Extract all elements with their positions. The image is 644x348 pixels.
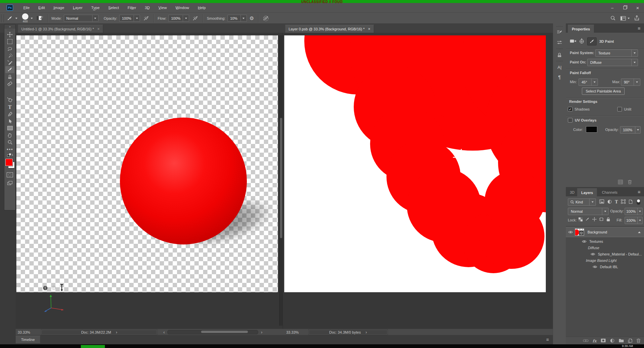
paint-on-dropdown[interactable]: Diffuse <box>587 59 638 66</box>
canvas-layer0-artboard[interactable] <box>284 35 546 292</box>
toolbar-collapse-icon[interactable]: » <box>4 24 15 29</box>
lock-position-icon[interactable] <box>592 217 597 222</box>
zoom-level-left[interactable]: 33.33% <box>18 330 41 334</box>
menu-file[interactable]: F̲ile <box>19 4 34 11</box>
filter-toggle[interactable] <box>637 199 640 205</box>
filter-image-icon[interactable] <box>599 199 604 204</box>
doc-size-left[interactable]: Doc: 34.3M/22.2M › <box>41 329 157 335</box>
tab-untitled-1[interactable]: Untitled-1 @ 33.3% (Background, RGB/16) … <box>18 25 103 33</box>
menu-window[interactable]: W̲indow <box>171 4 193 11</box>
material-drop-tool[interactable] <box>5 97 14 104</box>
uv-opacity-dropdown[interactable]: 100% <box>620 126 641 134</box>
timeline-menu-icon[interactable]: ≡ <box>546 337 549 342</box>
menu-select[interactable]: S̲elect <box>104 4 123 11</box>
stylus-pressure-icon[interactable] <box>263 15 269 21</box>
textures-eye-icon[interactable] <box>582 240 587 243</box>
clone-stamp-tool[interactable] <box>5 73 14 80</box>
zoom-tool[interactable] <box>5 139 14 146</box>
sphere-material-eye-icon[interactable] <box>591 252 595 256</box>
brush-settings-panel-icon[interactable] <box>554 28 565 37</box>
select-paintable-area-button[interactable]: Select Paintable Area <box>582 88 625 95</box>
blend-mode-dropdown[interactable]: Normal <box>568 208 609 215</box>
vertical-scrollbar-left-doc[interactable] <box>279 35 283 326</box>
default-ibl-eye-icon[interactable] <box>593 265 597 269</box>
shape-tool[interactable] <box>5 125 14 132</box>
fill-dropdown[interactable]: 100% <box>625 217 643 224</box>
lock-pixels-icon[interactable] <box>585 217 590 222</box>
layer-filter-dropdown[interactable]: Kind <box>568 198 596 206</box>
hscroll-left-arrow-icon[interactable]: ‹ <box>163 330 165 334</box>
dolly-camera-icon[interactable] <box>60 284 64 292</box>
paragraph-panel-icon[interactable]: ¶ <box>554 73 565 81</box>
horizontal-scrollbar-thumb[interactable] <box>201 331 248 333</box>
marquee-tool[interactable] <box>5 38 14 45</box>
3d-paint-brush-icon[interactable] <box>587 37 597 45</box>
canvas-untitled-artboard[interactable] <box>16 35 278 292</box>
visibility-eye-icon[interactable] <box>568 230 573 234</box>
mode-dropdown[interactable]: Normal <box>64 15 99 22</box>
restore-button[interactable] <box>619 3 631 12</box>
dock-grip-2[interactable] <box>556 48 562 49</box>
paint-system-dropdown[interactable]: Texture <box>595 49 638 57</box>
unlit-checkbox[interactable] <box>617 107 622 112</box>
hscroll-right-arrow-icon[interactable]: › <box>261 330 262 334</box>
uv-color-swatch[interactable] <box>586 126 597 133</box>
edit-toolbar-icon[interactable]: ●●● <box>5 146 14 153</box>
move-tool[interactable] <box>5 31 14 38</box>
tab-3d[interactable]: 3D <box>566 188 579 196</box>
3d-mesh-icon[interactable] <box>579 38 585 45</box>
tab-channels[interactable]: Channels <box>598 188 621 196</box>
menu-filter[interactable]: Filt̲er <box>123 4 141 11</box>
menu-view[interactable]: V̲iew <box>154 4 171 11</box>
new-layer-icon[interactable] <box>628 338 632 344</box>
menu-type[interactable]: Ty̲pe <box>87 4 104 11</box>
tab-layer0-psb-close-icon[interactable]: × <box>368 27 370 31</box>
filter-adjustment-icon[interactable] <box>607 199 612 205</box>
layer-row-textures[interactable]: Textures <box>566 238 644 245</box>
toggle-brush-settings-icon[interactable] <box>36 15 43 21</box>
add-mask-icon[interactable] <box>601 338 606 343</box>
workspace-switcher[interactable] <box>620 16 630 21</box>
menu-3d[interactable]: 3D̲ <box>141 4 154 11</box>
add-adjustment-icon[interactable] <box>610 338 615 344</box>
lock-all-icon[interactable] <box>606 217 610 222</box>
layer-row-sphere-material[interactable]: Sphere_Material - Defaul... <box>566 250 644 257</box>
layer-row-background[interactable]: Background <box>566 227 644 237</box>
layer-row-image-based-light[interactable]: Image Based Light <box>566 257 644 264</box>
status-chevron-icon-right[interactable]: › <box>365 330 367 334</box>
flow-dropdown[interactable]: 100% <box>168 15 189 22</box>
eraser-tool[interactable] <box>5 80 14 87</box>
options-grip[interactable] <box>1 15 4 22</box>
taskbar-app-item[interactable] <box>81 345 105 348</box>
opacity-dropdown[interactable]: 100% <box>119 15 140 22</box>
doc-size-right[interactable]: Doc: 34.3M/0 bytes › <box>308 329 388 335</box>
shadows-checkbox[interactable]: ✓ <box>568 107 573 112</box>
tab-properties[interactable]: Properties <box>568 25 594 33</box>
layers-menu-icon[interactable]: ≡ <box>638 189 640 195</box>
timeline-tab[interactable]: Timeline <box>16 336 40 343</box>
orbit-camera-icon[interactable] <box>42 285 48 292</box>
share-icon[interactable] <box>634 15 639 21</box>
hand-tool[interactable] <box>5 132 14 139</box>
delete-layer-icon[interactable] <box>636 338 641 344</box>
properties-menu-icon[interactable]: ≡ <box>638 26 640 31</box>
dock-grip-3[interactable] <box>556 61 562 61</box>
zoom-level-right[interactable]: 33.33% <box>286 330 308 334</box>
smoothing-options-gear-icon[interactable]: ⚙ <box>250 15 254 21</box>
layer-effects-icon[interactable]: fx <box>593 339 597 343</box>
filter-shape-icon[interactable] <box>621 199 626 204</box>
opacity-pressure-icon[interactable] <box>143 15 149 21</box>
type-tool[interactable]: T <box>5 104 14 111</box>
minimize-button[interactable]: – <box>606 3 619 12</box>
uv-overlays-checkbox[interactable] <box>568 118 573 123</box>
lock-artboard-icon[interactable] <box>599 217 604 222</box>
document-pane-untitled[interactable] <box>16 33 283 329</box>
horizontal-scrollbar-left-doc[interactable] <box>167 330 258 334</box>
link-layers-icon[interactable] <box>583 339 589 343</box>
toolbar-grip[interactable] <box>7 30 13 30</box>
path-select-tool[interactable] <box>5 118 14 125</box>
close-button[interactable]: × <box>631 3 644 12</box>
layer-collapse-chevron-icon[interactable] <box>638 231 641 233</box>
brush-picker-chevron[interactable] <box>31 18 33 19</box>
tool-presets-panel-icon[interactable] <box>554 38 565 47</box>
